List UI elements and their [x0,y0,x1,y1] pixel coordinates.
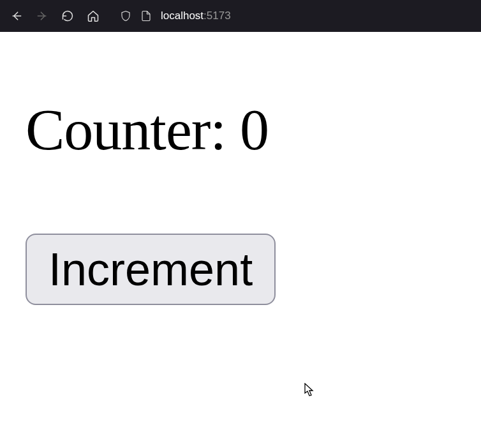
increment-button[interactable]: Increment [26,234,276,305]
forward-button[interactable] [31,4,54,27]
page-icon [140,10,152,22]
page-content: Counter: 0 Increment [0,32,481,331]
counter-value: 0 [240,97,269,162]
arrow-right-icon [36,10,48,22]
browser-toolbar: localhost:5173 [0,0,481,32]
back-button[interactable] [5,4,28,27]
reload-button[interactable] [56,4,79,27]
counter-heading: Counter: 0 [26,96,455,163]
shield-icon [120,10,131,22]
url-text: localhost:5173 [161,10,231,22]
home-icon [87,10,100,22]
arrow-left-icon [10,10,23,22]
cursor-icon [304,383,314,399]
reload-icon [61,10,74,22]
home-button[interactable] [82,4,105,27]
address-bar[interactable]: localhost:5173 [120,10,231,22]
